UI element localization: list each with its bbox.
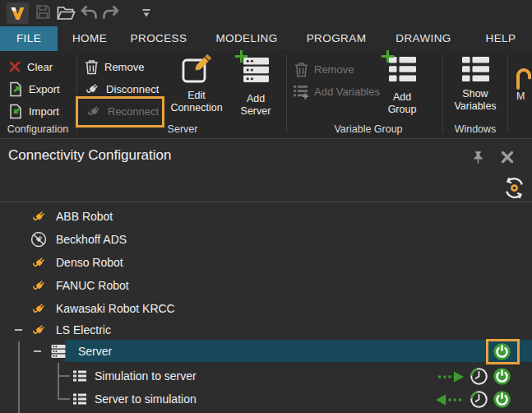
- panel-title: Connectivity Configuration: [8, 147, 171, 164]
- group-label-server: Server: [168, 123, 198, 135]
- panel-divider: [0, 202, 532, 202]
- server-icon: [50, 343, 67, 360]
- save-button[interactable]: [35, 4, 51, 20]
- application-window: FILE HOME PROCESS MODELING PROGRAM DRAWI…: [0, 0, 532, 413]
- app-logo-button[interactable]: [7, 2, 29, 24]
- edit-connection-label: Edit Connection: [169, 90, 224, 114]
- tree-item-label: Server: [78, 340, 112, 363]
- import-button[interactable]: Import: [8, 103, 59, 119]
- plus-icon: [382, 50, 394, 66]
- tab-file[interactable]: FILE: [0, 26, 58, 51]
- add-group-button[interactable]: Add Group: [379, 54, 425, 116]
- power-on-icon[interactable]: [493, 390, 511, 409]
- clear-button[interactable]: Clear: [8, 58, 53, 75]
- remove-connection-button[interactable]: Remove: [85, 58, 144, 75]
- clock-icon: [470, 390, 488, 409]
- disconnect-button[interactable]: Disconnect: [85, 81, 159, 97]
- plug-icon: [85, 81, 100, 97]
- close-panel-button[interactable]: [501, 151, 514, 167]
- arrow-left-icon: [434, 393, 462, 406]
- tab-drawing[interactable]: DRAWING: [396, 26, 451, 51]
- tree-item-label: Denso Robot: [56, 251, 123, 274]
- edit-connection-button[interactable]: Edit Connection: [168, 54, 225, 114]
- export-button[interactable]: Export: [8, 81, 60, 97]
- add-group-label: Add Group: [383, 91, 421, 116]
- group-label-variable-group: Variable Group: [334, 123, 402, 135]
- tab-process[interactable]: PROCESS: [131, 26, 187, 51]
- ribbon-tab-bar: FILE HOME PROCESS MODELING PROGRAM DRAWI…: [0, 26, 532, 52]
- remove-variables-label: Remove: [314, 63, 354, 76]
- tree-item-label: Kawasaki Robot KRCC: [56, 297, 175, 320]
- clear-x-icon: [8, 60, 21, 73]
- collapse-expander[interactable]: [31, 346, 43, 357]
- add-variables-label: Add Variables: [314, 86, 380, 98]
- monitor-label: M: [516, 90, 525, 102]
- edit-pencil-icon: [181, 54, 212, 86]
- redo-icon: [101, 5, 120, 21]
- add-variables-button: Add Variables: [293, 83, 380, 100]
- tree-item-label: LS Electric: [56, 318, 111, 341]
- clock-icon: [470, 367, 488, 386]
- tree-item-ls-electric[interactable]: LS Electric: [0, 318, 532, 341]
- group-separator: [286, 54, 287, 133]
- trash-icon: [294, 62, 308, 77]
- tab-modeling[interactable]: MODELING: [215, 26, 277, 51]
- tree-item-kawasaki-robot-krcc[interactable]: Kawasaki Robot KRCC: [0, 297, 532, 320]
- remove-label: Remove: [104, 61, 144, 73]
- tree-item-beckhoff-ads[interactable]: Beckhoff ADS: [0, 228, 532, 251]
- open-button[interactable]: [57, 6, 76, 21]
- variable-group-icon: [72, 369, 87, 383]
- import-icon: [8, 104, 23, 119]
- tab-help[interactable]: HELP: [486, 26, 516, 51]
- overflow-chevron-icon: [141, 8, 151, 19]
- tree-item-server-to-simulation[interactable]: Server to simulation: [0, 387, 532, 411]
- show-variables-button[interactable]: Show Variables: [449, 54, 502, 113]
- clear-label: Clear: [27, 61, 53, 73]
- power-on-icon[interactable]: [493, 367, 511, 386]
- show-variables-label: Show Variables: [451, 88, 499, 113]
- collapse-expander[interactable]: [12, 324, 24, 336]
- tree-item-simulation-to-server[interactable]: Simulation to server: [0, 364, 532, 387]
- tree-item-label: Server to simulation: [95, 387, 197, 411]
- undo-icon: [80, 5, 99, 21]
- refresh-connections-button[interactable]: [503, 177, 525, 202]
- add-variables-icon: [293, 84, 308, 100]
- power-annotation-box: [486, 339, 520, 364]
- tree-item-server[interactable]: Server: [0, 340, 532, 363]
- trash-icon: [85, 59, 99, 75]
- export-label: Export: [29, 83, 60, 95]
- import-label: Import: [29, 105, 59, 118]
- visual-components-logo-icon: [10, 6, 25, 21]
- tab-home[interactable]: HOME: [72, 26, 107, 51]
- arrow-right-icon: [437, 370, 465, 383]
- tab-program[interactable]: PROGRAM: [307, 26, 367, 51]
- ribbon: Clear Export Import Configuration Remove: [0, 51, 532, 139]
- selection-highlight: [65, 340, 532, 362]
- disconnect-label: Disconnect: [106, 83, 159, 95]
- add-server-button[interactable]: Add Server: [234, 54, 277, 118]
- group-separator: [507, 54, 508, 133]
- redo-button[interactable]: [101, 5, 120, 21]
- pin-panel-button[interactable]: [472, 151, 484, 168]
- export-icon: [8, 81, 23, 97]
- quick-access-toolbar: [0, 0, 532, 26]
- plug-icon: [31, 301, 47, 317]
- reconnect-annotation-box: [76, 96, 164, 128]
- tree-item-fanuc-robot[interactable]: FANUC Robot: [0, 274, 532, 297]
- tree-item-label: Simulation to server: [95, 364, 197, 387]
- tree-item-label: Beckhoff ADS: [56, 228, 127, 251]
- group-label-configuration: Configuration: [7, 123, 68, 135]
- plug-icon: [31, 209, 47, 225]
- tree-item-label: FANUC Robot: [56, 274, 129, 297]
- plug-disconnected-icon: [30, 231, 47, 248]
- add-server-label: Add Server: [237, 93, 275, 118]
- tree-item-abb-robot[interactable]: ABB Robot: [0, 205, 532, 228]
- variable-group-icon: [72, 392, 87, 406]
- tree-item-denso-robot[interactable]: Denso Robot: [0, 251, 532, 274]
- pin-icon: [472, 151, 484, 165]
- undo-button[interactable]: [80, 5, 99, 21]
- quick-access-overflow-button[interactable]: [141, 8, 151, 19]
- refresh-gear-icon: [503, 177, 525, 199]
- open-folder-icon: [57, 6, 76, 21]
- tree-item-label: ABB Robot: [56, 205, 113, 228]
